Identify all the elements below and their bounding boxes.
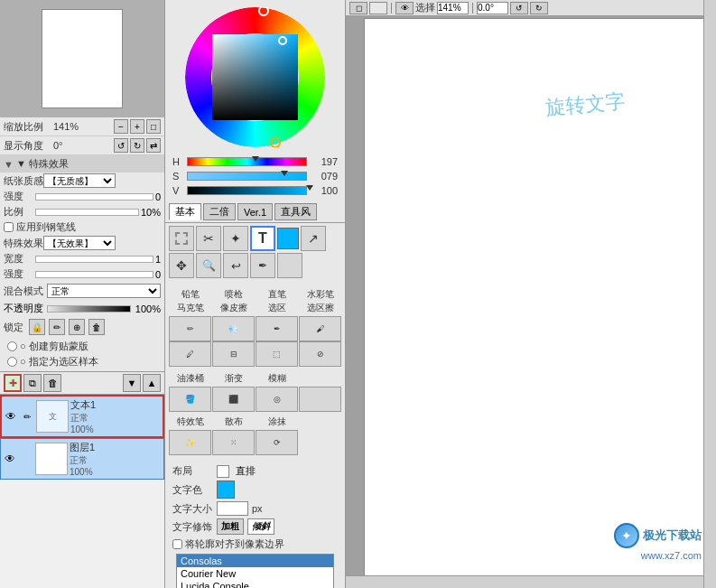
strength2-slider[interactable] bbox=[35, 271, 153, 278]
opacity-slider[interactable] bbox=[47, 305, 131, 313]
tab-double[interactable]: 二倍 bbox=[203, 203, 236, 220]
toolbar-btn4[interactable]: ↺ bbox=[510, 2, 528, 14]
special-effects-header[interactable]: ▼ ▼ 特殊效果 bbox=[0, 155, 164, 173]
v-scrollbar[interactable] bbox=[703, 0, 716, 588]
zoom-input[interactable] bbox=[437, 2, 469, 14]
select-mask-radio[interactable] bbox=[7, 357, 17, 367]
select-tool-button[interactable] bbox=[169, 226, 194, 251]
font-list[interactable]: Consolas Courier New Lucida Console Luci… bbox=[176, 554, 334, 588]
layer-item[interactable]: 👁 图层1 正常 100% bbox=[0, 438, 164, 480]
duplicate-layer-button[interactable]: ⧉ bbox=[23, 374, 42, 392]
color-wheel-wrapper[interactable] bbox=[185, 7, 325, 147]
lasso-icon: ✂ bbox=[203, 231, 214, 246]
toolbar-btn1[interactable]: ◻ bbox=[349, 2, 367, 14]
spray-button[interactable]: 💨 bbox=[212, 316, 255, 341]
selection-erase-icon: ⊘ bbox=[317, 350, 324, 359]
eraser-button[interactable]: ⊟ bbox=[212, 341, 255, 367]
right-panel: ◻ 👁 选择 ↺ ↻ 旋转文字 ✦ 极光下载站 bbox=[346, 0, 716, 588]
extra2-button[interactable] bbox=[299, 387, 341, 412]
s-slider[interactable] bbox=[187, 172, 307, 181]
layer-up-button[interactable]: ▲ bbox=[143, 374, 161, 392]
pencil-button[interactable]: ✏ bbox=[169, 316, 211, 341]
zoom-tool-button[interactable]: 🔍 bbox=[196, 253, 221, 278]
tab-ver1[interactable]: Ver.1 bbox=[237, 203, 273, 220]
angle-ccw-button[interactable]: ↺ bbox=[114, 138, 128, 153]
width-slider[interactable] bbox=[35, 256, 153, 263]
pen-straight-button[interactable]: ✒ bbox=[256, 316, 298, 341]
select-mask-row: ○ 指定为选区样本 bbox=[7, 354, 157, 369]
text-size-input[interactable]: 20 bbox=[217, 501, 248, 516]
selection-button[interactable]: ⬚ bbox=[256, 341, 298, 367]
marker-button[interactable]: 🖊 bbox=[169, 341, 211, 367]
font-item-lucida-console[interactable]: Lucida Console bbox=[177, 580, 333, 588]
lock-pos-button[interactable]: ⊕ bbox=[69, 319, 85, 335]
blur-button[interactable]: ◎ bbox=[256, 387, 298, 412]
paint-bucket-button[interactable]: 🪣 bbox=[169, 387, 211, 412]
font-item-consolas[interactable]: Consolas bbox=[177, 555, 333, 567]
special-effects2-row: 特殊效果 【无效果】 bbox=[0, 235, 164, 251]
blend-mode-select[interactable]: 正常 bbox=[47, 284, 161, 298]
bold-button[interactable]: 加粗 bbox=[217, 518, 244, 535]
special-effects2-select[interactable]: 【无效果】 bbox=[43, 236, 116, 250]
rotate-tool-button[interactable]: ↩ bbox=[223, 253, 248, 278]
color-wheel-svg[interactable] bbox=[185, 7, 325, 147]
fx-brush-button[interactable]: ✨ bbox=[169, 430, 211, 455]
text-tool-button[interactable]: T bbox=[250, 226, 275, 251]
font-item-courier-new[interactable]: Courier New bbox=[177, 567, 333, 580]
layer-down-button[interactable]: ▼ bbox=[123, 374, 141, 392]
text-color-swatch[interactable] bbox=[217, 481, 235, 499]
tab-basic[interactable]: 基本 bbox=[169, 203, 201, 220]
new-layer-button[interactable]: ✚ bbox=[4, 374, 22, 392]
toolbar-btn5[interactable]: ↻ bbox=[530, 2, 548, 14]
strength2-row: 强度 0 bbox=[0, 266, 164, 282]
extra-tool-button[interactable] bbox=[277, 253, 302, 278]
scale-plus-button[interactable]: + bbox=[130, 119, 144, 134]
h-slider[interactable] bbox=[187, 157, 307, 166]
layer-eye-icon[interactable]: 👁 bbox=[4, 409, 18, 424]
foreground-color-swatch[interactable] bbox=[277, 228, 299, 249]
layout-checkbox[interactable] bbox=[217, 465, 229, 478]
layer-pen-icon[interactable] bbox=[19, 452, 33, 466]
magic-wand-button[interactable]: ✦ bbox=[223, 226, 248, 251]
selection-erase-button[interactable]: ⊘ bbox=[299, 341, 341, 367]
smudge-button[interactable]: ⟳ bbox=[256, 430, 298, 455]
toolbar-btn2[interactable] bbox=[369, 2, 387, 14]
move-icon: ✥ bbox=[176, 258, 187, 273]
angle-flip-button[interactable]: ⇄ bbox=[146, 138, 161, 153]
lock-draw-button[interactable]: ✏ bbox=[49, 319, 65, 335]
apply-checkbox[interactable] bbox=[4, 222, 14, 232]
layer-eye-icon[interactable]: 👁 bbox=[3, 452, 17, 466]
create-mask-row: ○ 创建剪贴蒙版 bbox=[7, 339, 157, 354]
scale-reset-button[interactable]: □ bbox=[146, 119, 161, 134]
toolbar-btn3[interactable]: 👁 bbox=[395, 2, 414, 14]
layer-mode: 正常 bbox=[70, 454, 162, 467]
lock-all-button[interactable]: 🔒 bbox=[29, 319, 45, 335]
layer-mode: 正常 bbox=[70, 412, 161, 425]
eyedropper-button[interactable]: ↗ bbox=[301, 226, 326, 251]
layer-pen-icon[interactable]: ✏ bbox=[20, 409, 34, 424]
layer-item[interactable]: 👁 ✏ 文 文本1 正常 100% bbox=[0, 395, 164, 438]
lock-del-button[interactable]: 🗑 bbox=[88, 319, 105, 335]
delete-layer-button[interactable]: 🗑 bbox=[43, 374, 61, 392]
watercolor-button[interactable]: 🖌 bbox=[299, 316, 341, 341]
pixel-align-checkbox[interactable] bbox=[172, 539, 182, 549]
tab-tool-style[interactable]: 直具风 bbox=[274, 203, 317, 220]
strength-slider[interactable] bbox=[35, 193, 153, 201]
canvas-area[interactable]: 旋转文字 bbox=[364, 18, 716, 588]
scale2-slider[interactable] bbox=[35, 209, 139, 216]
h-scrollbar[interactable] bbox=[346, 575, 703, 588]
move-tool-button[interactable]: ✥ bbox=[169, 253, 194, 278]
italic-button[interactable]: 倾斜 bbox=[247, 518, 274, 535]
pen-tool-button[interactable]: ✒ bbox=[250, 253, 275, 278]
scale-minus-button[interactable]: − bbox=[114, 119, 128, 134]
paper-texture-select[interactable]: 【无质感】 bbox=[43, 173, 116, 188]
layers-list: 👁 ✏ 文 文本1 正常 100% 👁 图层1 正常 100% bbox=[0, 395, 164, 588]
angle-cw-button[interactable]: ↻ bbox=[130, 138, 144, 153]
tool-labels-grid3: 特效笔 散布 涂抹 bbox=[165, 414, 345, 430]
scatter-button[interactable]: ⁙ bbox=[212, 430, 255, 455]
create-mask-radio[interactable] bbox=[7, 341, 17, 351]
v-slider[interactable] bbox=[187, 186, 307, 195]
lasso-tool-button[interactable]: ✂ bbox=[196, 226, 221, 251]
gradient-button[interactable]: ⬛ bbox=[212, 387, 255, 412]
angle-input[interactable] bbox=[477, 2, 508, 14]
